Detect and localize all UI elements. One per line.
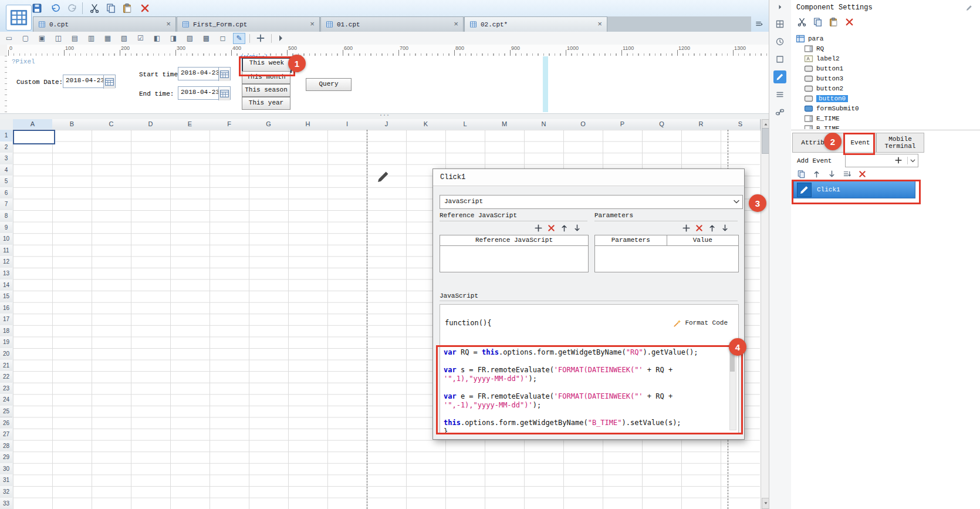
cut-icon[interactable] [89,3,100,14]
parameter-add-icon[interactable] [682,224,691,232]
row-header-32[interactable]: 32 [0,486,12,498]
copy-icon[interactable] [106,3,116,14]
row-header-27[interactable]: 27 [0,429,12,441]
reference-js-move-up-icon[interactable] [560,224,569,232]
tab-mobile-terminal[interactable]: Mobile Terminal [876,133,924,153]
add-event-plus-icon[interactable] [894,156,903,164]
view-tree-icon[interactable]: ▩ [200,33,212,44]
row-header-20[interactable]: 20 [0,348,12,360]
tab-list-icon[interactable] [755,19,763,28]
copy-event-icon[interactable] [797,170,806,178]
column-header-i[interactable]: I [327,119,367,129]
row-header-18[interactable]: 18 [0,325,12,338]
row-header-23[interactable]: 23 [0,383,12,395]
parameter-move-up-icon[interactable] [708,224,717,232]
row-header-25[interactable]: 25 [0,406,12,418]
row-header-8[interactable]: 8 [0,210,12,223]
column-header-d[interactable]: D [131,119,171,129]
column-header-r[interactable]: R [681,119,721,129]
tree-item-rq[interactable]: RQ [804,43,824,53]
row-header-26[interactable]: 26 [0,417,12,430]
tab-02-cpt[interactable]: 02.cpt*× [464,16,607,32]
redo-icon[interactable] [67,3,77,14]
row-header-12[interactable]: 12 [0,256,12,268]
row-header-4[interactable]: 4 [0,164,12,177]
column-header-f[interactable]: F [209,119,249,129]
tree-item-formsubmit0[interactable]: formSubmit0 [804,103,859,113]
cut-component-icon[interactable] [797,17,807,27]
tab-first-form-cpt[interactable]: First_Form.cpt× [177,16,320,32]
row-header-9[interactable]: 9 [0,222,12,234]
query-button[interactable]: Query [306,78,352,91]
row-header-11[interactable]: 11 [0,245,12,257]
save-icon[interactable] [32,3,42,14]
custom-date-calendar-icon[interactable] [103,75,115,89]
tree-editor-icon[interactable]: ▨ [184,33,196,44]
column-header-k[interactable]: K [406,119,446,129]
tree-item-button1[interactable]: button1 [804,63,843,73]
column-header-c[interactable]: C [92,119,131,129]
body-settings-icon[interactable] [773,53,786,66]
tab-close-icon[interactable]: × [597,21,602,28]
delete-event-icon[interactable] [858,170,867,178]
app-icon[interactable] [6,5,32,31]
row-header-14[interactable]: 14 [0,279,12,292]
row-header-19[interactable]: 19 [0,336,12,349]
format-code-button[interactable]: Format Code [670,316,731,329]
tree-item-label2[interactable]: label2 [804,53,840,63]
event-item-click1[interactable]: Click1 [793,181,915,198]
widget-settings-icon[interactable] [773,70,786,83]
column-header-p[interactable]: P [603,119,643,129]
insert-component-icon[interactable] [254,32,267,45]
javascript-editor[interactable]: function(){ Format Code var RQ = this.op… [440,304,739,434]
start-time-input[interactable]: 2018-04-23 [178,67,231,80]
row-header-28[interactable]: 28 [0,440,12,453]
selected-cell-a1[interactable] [13,130,55,144]
custom-date-input[interactable]: 2018-04-23 [63,75,116,88]
column-header-a[interactable]: A [13,119,53,129]
number-editor-icon[interactable]: ◫ [52,33,65,44]
row-header-33[interactable]: 33 [0,498,12,509]
column-header-o[interactable]: O [563,119,603,129]
tab-close-icon[interactable]: × [166,21,171,28]
edit-event-icon[interactable] [797,183,812,197]
grid-vertical-scrollbar[interactable] [761,119,769,509]
reference-js-table[interactable]: Reference JavaScript [440,235,589,272]
history-icon[interactable] [773,35,786,48]
undo-icon[interactable] [50,3,61,14]
select-pointer-icon[interactable]: ▭ [3,33,15,44]
column-header-l[interactable]: L [445,119,485,129]
tree-item-button0[interactable]: button0 [804,93,848,103]
row-header-2[interactable]: 2 [0,141,12,154]
tree-item-e-time[interactable]: E_TIME [804,113,840,123]
row-header-10[interactable]: 10 [0,233,12,245]
file-editor-icon[interactable]: ◻ [217,33,229,44]
row-header-24[interactable]: 24 [0,394,12,406]
hyperlink-icon[interactable] [773,106,786,119]
tab-event[interactable]: Event [844,133,876,153]
parameter-move-down-icon[interactable] [721,224,729,232]
row-header-7[interactable]: 7 [0,198,12,211]
style-brush-icon[interactable]: ✎ [233,33,245,44]
script-language-select[interactable]: JavaScript [440,195,743,209]
add-event-chevron-icon[interactable] [907,157,917,164]
delete-component-icon[interactable] [844,17,854,27]
row-header-15[interactable]: 15 [0,291,12,303]
move-event-up-icon[interactable] [812,170,821,178]
tab-01-cpt[interactable]: 01.cpt× [320,16,464,32]
component-list-icon[interactable] [773,18,786,31]
paste-component-icon[interactable] [829,17,839,27]
tab-close-icon[interactable]: × [310,21,315,28]
column-header-q[interactable]: Q [642,119,682,129]
end-time-calendar-icon[interactable] [218,87,230,100]
column-header-e[interactable]: E [170,119,210,129]
this-season-button[interactable]: This season [242,84,290,97]
row-header-13[interactable]: 13 [0,268,12,280]
password-editor-icon[interactable]: ▤ [69,33,81,44]
add-event-dropdown[interactable] [845,154,918,167]
row-header-22[interactable]: 22 [0,371,12,383]
collapse-panel-icon[interactable] [776,4,783,11]
tab-close-icon[interactable]: × [454,21,458,28]
radio-group-icon[interactable]: ◧ [151,33,163,44]
tree-item-b-time[interactable]: B_TIME [804,123,840,129]
